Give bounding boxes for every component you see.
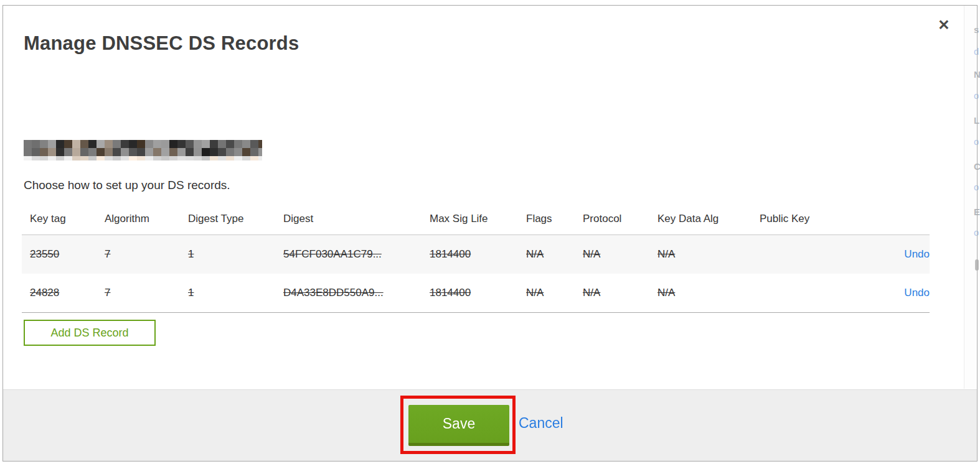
cell-protocol: N/A <box>575 235 649 274</box>
cell-flags: N/A <box>518 235 575 274</box>
cell-digest-type: 1 <box>180 274 275 313</box>
cell-digest: 54FCF030AA1C79... <box>275 235 422 274</box>
background-text-fragment: L <box>974 115 979 126</box>
subtitle: Choose how to set up your DS records. <box>24 179 230 192</box>
undo-link[interactable]: Undo <box>904 248 930 260</box>
ds-records-table: Key tagAlgorithmDigest TypeDigestMax Sig… <box>22 206 930 313</box>
column-header-public-key: Public Key <box>751 206 864 235</box>
cell-public-key <box>751 235 864 274</box>
background-text-fragment: N <box>974 69 980 80</box>
column-header-digest-type: Digest Type <box>180 206 275 235</box>
background-text-fragment: o <box>974 182 979 192</box>
cell-key-data-alg: N/A <box>649 235 751 274</box>
column-header-protocol: Protocol <box>575 206 649 235</box>
cell-key-tag: 24828 <box>22 274 97 313</box>
table-row: 2482871D4A33E8DD550A9...1814400N/AN/AN/A… <box>22 274 930 313</box>
background-page-sliver: sdNoLoCoEo <box>964 6 980 389</box>
manage-dnssec-ds-records-modal: Manage DNSSEC DS Records ✕ Choose how to… <box>0 0 980 464</box>
background-text-fragment: o <box>974 227 979 238</box>
cell-action: Undo <box>864 274 930 313</box>
column-header-action <box>864 206 930 235</box>
cell-action: Undo <box>864 235 930 274</box>
cell-key-data-alg: N/A <box>649 274 751 313</box>
background-text-fragment: o <box>974 136 979 147</box>
cancel-link[interactable]: Cancel <box>519 415 563 432</box>
save-button[interactable]: Save <box>408 405 509 446</box>
cell-digest: D4A33E8DD550A9... <box>275 274 422 313</box>
column-header-flags: Flags <box>518 206 575 235</box>
cell-digest-type: 1 <box>180 235 275 274</box>
cell-algorithm: 7 <box>97 235 180 274</box>
undo-link[interactable]: Undo <box>904 287 930 299</box>
redacted-domain-name <box>24 140 262 160</box>
background-text-fragment: o <box>974 90 979 101</box>
column-header-digest: Digest <box>275 206 422 235</box>
cell-public-key <box>751 274 864 313</box>
column-header-key-data-alg: Key Data Alg <box>649 206 751 235</box>
background-text-fragment: d <box>974 46 979 57</box>
background-text-fragment: C <box>974 161 980 172</box>
cell-key-tag: 23550 <box>22 235 97 274</box>
cell-max-sig-life: 1814400 <box>422 274 518 313</box>
cell-protocol: N/A <box>575 274 649 313</box>
background-text-fragment: E <box>974 206 980 217</box>
close-icon[interactable]: ✕ <box>933 14 955 35</box>
column-header-max-sig-life: Max Sig Life <box>422 206 518 235</box>
cell-flags: N/A <box>518 274 575 313</box>
page-title: Manage DNSSEC DS Records <box>24 32 299 55</box>
add-ds-record-button[interactable]: Add DS Record <box>24 320 156 346</box>
background-text-fragment: s <box>974 24 979 35</box>
column-header-key-tag: Key tag <box>22 206 97 235</box>
scrollbar-thumb[interactable] <box>975 259 979 271</box>
cell-max-sig-life: 1814400 <box>422 235 518 274</box>
table-row: 235507154FCF030AA1C79...1814400N/AN/AN/A… <box>22 235 930 274</box>
table-header-row: Key tagAlgorithmDigest TypeDigestMax Sig… <box>22 206 930 235</box>
column-header-algorithm: Algorithm <box>97 206 180 235</box>
cell-algorithm: 7 <box>97 274 180 313</box>
